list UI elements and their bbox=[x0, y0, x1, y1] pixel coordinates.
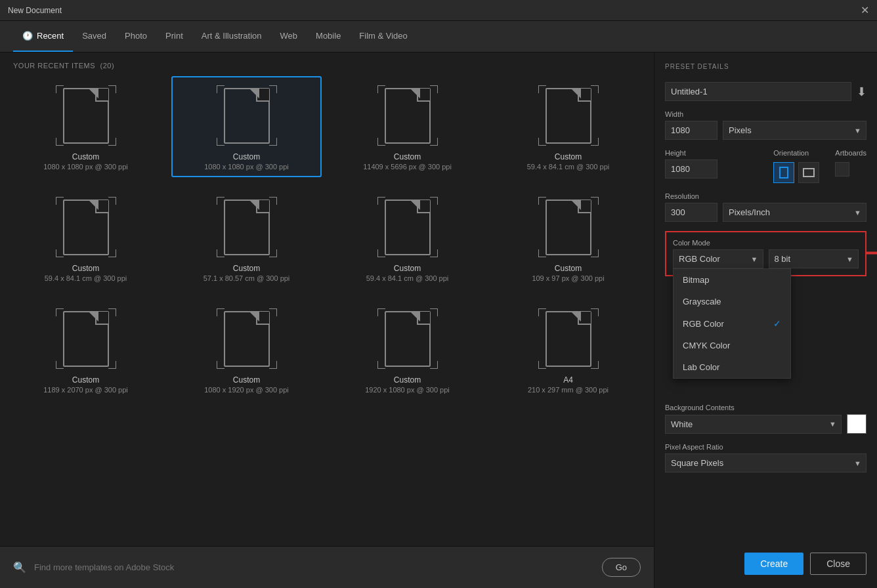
create-button[interactable]: Create bbox=[744, 553, 803, 575]
width-input[interactable] bbox=[665, 121, 717, 140]
height-field: Height bbox=[665, 149, 758, 178]
reg-tl-10 bbox=[377, 308, 385, 316]
resolution-unit-select[interactable]: Pixels/Inch Pixels/cm bbox=[723, 203, 866, 222]
doc-thumb-3 bbox=[536, 83, 601, 148]
recent-heading: YOUR RECENT ITEMS bbox=[13, 62, 95, 70]
height-input[interactable] bbox=[665, 159, 717, 178]
doc-name-4: Custom bbox=[72, 264, 99, 273]
width-field: Width Pixels Inches cm mm ▼ bbox=[665, 110, 866, 140]
preset-details-label: PRESET DETAILS bbox=[665, 63, 866, 70]
tab-art[interactable]: Art & Illustration bbox=[192, 21, 271, 52]
artboard-checkbox[interactable] bbox=[835, 162, 849, 177]
landscape-button[interactable] bbox=[798, 162, 819, 183]
close-window-button[interactable]: ✕ bbox=[861, 5, 869, 16]
preset-name-input[interactable] bbox=[665, 82, 851, 101]
doc-name-10: Custom bbox=[394, 375, 421, 385]
resolution-label: Resolution bbox=[665, 192, 866, 200]
doc-item-7[interactable]: Custom 109 x 97 px @ 300 ppi bbox=[493, 188, 643, 289]
width-unit-select[interactable]: Pixels Inches cm mm bbox=[723, 121, 866, 140]
tab-saved[interactable]: Saved bbox=[73, 21, 116, 52]
doc-item-11[interactable]: A4 210 x 297 mm @ 300 ppi bbox=[493, 299, 643, 400]
tab-print[interactable]: Print bbox=[156, 21, 192, 52]
save-preset-button[interactable]: ⬇ bbox=[857, 85, 866, 99]
doc-info-2: 11409 x 5696 px @ 300 ppi bbox=[363, 163, 452, 171]
color-mode-option-grayscale[interactable]: Grayscale bbox=[674, 291, 790, 312]
bit-depth-wrap: 8 bit 16 bit 32 bit ▼ bbox=[769, 249, 859, 268]
pixel-aspect-select[interactable]: Square Pixels bbox=[665, 453, 866, 472]
doc-item-0[interactable]: Custom 1080 x 1080 px @ 300 ppi bbox=[11, 76, 161, 177]
doc-item-8[interactable]: Custom 1189 x 2070 px @ 300 ppi bbox=[11, 299, 161, 400]
color-mode-option-bitmap[interactable]: Bitmap bbox=[674, 269, 790, 291]
reg-tl-2 bbox=[377, 85, 385, 93]
reg-tr-5 bbox=[269, 197, 277, 205]
resolution-field: Resolution Pixels/Inch Pixels/cm ▼ bbox=[665, 192, 866, 222]
doc-item-6[interactable]: Custom 59.4 x 84.1 cm @ 300 ppi bbox=[332, 188, 482, 289]
doc-item-1[interactable]: Custom 1080 x 1080 px @ 300 ppi bbox=[171, 76, 322, 177]
reg-tr-4 bbox=[108, 197, 116, 205]
tab-film[interactable]: Film & Video bbox=[350, 21, 416, 52]
recent-count: (20) bbox=[100, 62, 115, 70]
reg-tl-3 bbox=[538, 85, 546, 93]
doc-thumb-4 bbox=[53, 194, 119, 260]
tab-photo[interactable]: Photo bbox=[116, 21, 156, 52]
resolution-input[interactable] bbox=[665, 203, 717, 222]
pixel-aspect-section: Pixel Aspect Ratio Square Pixels ▼ bbox=[665, 443, 866, 472]
reg-bl-1 bbox=[217, 138, 225, 146]
tab-art-label: Art & Illustration bbox=[202, 31, 262, 41]
doc-info-4: 59.4 x 84.1 cm @ 300 ppi bbox=[45, 274, 127, 282]
doc-thumb-5 bbox=[214, 194, 280, 260]
title-bar-title: New Document bbox=[8, 6, 62, 15]
preset-name-row: ⬇ bbox=[665, 82, 866, 101]
reg-bl-5 bbox=[217, 249, 225, 257]
doc-icon-7 bbox=[545, 200, 591, 255]
landscape-icon bbox=[803, 168, 815, 177]
portrait-button[interactable] bbox=[773, 162, 794, 183]
bit-depth-select[interactable]: 8 bit 16 bit 32 bit bbox=[769, 249, 859, 268]
reg-tr-0 bbox=[108, 85, 116, 93]
bg-color-swatch[interactable] bbox=[847, 414, 866, 434]
color-mode-option-cmyk[interactable]: CMYK Color bbox=[674, 335, 790, 356]
reg-tl-11 bbox=[538, 308, 546, 316]
doc-icon-5 bbox=[224, 200, 270, 255]
doc-info-8: 1189 x 2070 px @ 300 ppi bbox=[43, 386, 128, 394]
height-label: Height bbox=[665, 149, 758, 157]
doc-thumb-11 bbox=[536, 306, 601, 371]
search-input[interactable] bbox=[34, 562, 594, 572]
recent-header: YOUR RECENT ITEMS (20) bbox=[0, 52, 654, 76]
tab-recent[interactable]: 🕐 Recent bbox=[13, 21, 73, 52]
artboards-group: Artboards bbox=[835, 149, 866, 177]
color-mode-dropdown: Bitmap Grayscale RGB Color ✓ CMYK Color bbox=[673, 268, 791, 379]
reg-br-2 bbox=[430, 138, 438, 146]
go-button[interactable]: Go bbox=[602, 558, 641, 577]
color-mode-option-rgb[interactable]: RGB Color ✓ bbox=[674, 312, 790, 335]
doc-icon-9 bbox=[224, 311, 270, 367]
tab-web[interactable]: Web bbox=[271, 21, 307, 52]
color-mode-option-lab[interactable]: Lab Color bbox=[674, 356, 790, 378]
color-mode-select-wrap: RGB Color Bitmap Grayscale CMYK Color La… bbox=[673, 249, 763, 268]
reg-bl-11 bbox=[538, 361, 546, 369]
color-mode-select[interactable]: RGB Color Bitmap Grayscale CMYK Color La… bbox=[673, 249, 763, 268]
reg-br-1 bbox=[269, 138, 277, 146]
color-mode-label: Color Mode bbox=[673, 239, 859, 247]
reg-bl-7 bbox=[538, 249, 546, 257]
doc-item-3[interactable]: Custom 59.4 x 84.1 cm @ 300 ppi bbox=[493, 76, 643, 177]
close-button[interactable]: Close bbox=[810, 553, 866, 575]
bg-contents-select[interactable]: White Black Transparent Background Color… bbox=[665, 415, 842, 434]
doc-icon-8 bbox=[63, 311, 109, 367]
doc-thumb-10 bbox=[375, 306, 440, 371]
doc-item-2[interactable]: Custom 11409 x 5696 px @ 300 ppi bbox=[332, 76, 482, 177]
doc-item-10[interactable]: Custom 1920 x 1080 px @ 300 ppi bbox=[332, 299, 482, 400]
artboards-label: Artboards bbox=[835, 149, 866, 157]
doc-item-9[interactable]: Custom 1080 x 1920 px @ 300 ppi bbox=[171, 299, 322, 400]
doc-item-4[interactable]: Custom 59.4 x 84.1 cm @ 300 ppi bbox=[11, 188, 161, 289]
reg-tr-11 bbox=[591, 308, 599, 316]
tab-mobile[interactable]: Mobile bbox=[307, 21, 350, 52]
doc-name-9: Custom bbox=[233, 375, 260, 385]
rgb-checkmark: ✓ bbox=[773, 318, 781, 329]
reg-br-5 bbox=[269, 249, 277, 257]
doc-item-5[interactable]: Custom 57.1 x 80.57 cm @ 300 ppi bbox=[171, 188, 322, 289]
red-arrow bbox=[866, 240, 877, 268]
svg-marker-0 bbox=[866, 243, 877, 262]
doc-icon-4 bbox=[63, 200, 109, 255]
doc-icon-0 bbox=[63, 88, 109, 144]
